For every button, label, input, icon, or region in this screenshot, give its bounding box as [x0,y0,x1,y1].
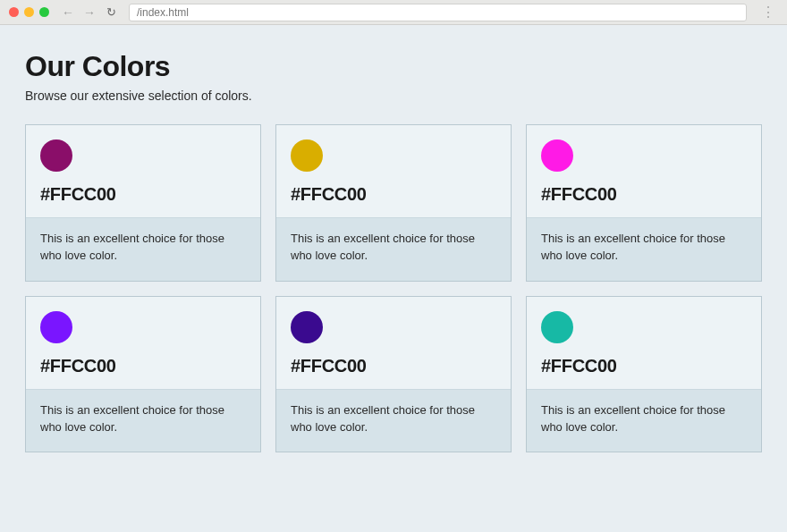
color-swatch-icon [541,311,573,343]
color-description: This is an excellent choice for those wh… [527,217,761,281]
reload-button[interactable]: ↻ [103,5,120,19]
minimize-window-icon[interactable] [24,7,34,17]
color-hex: #FFCC00 [291,356,496,376]
browser-menu-icon[interactable]: ⋮ [757,4,778,21]
color-card[interactable]: #FFCC00 This is an excellent choice for … [526,296,762,453]
back-button[interactable]: ← [60,5,76,20]
maximize-window-icon[interactable] [39,7,49,17]
color-hex: #FFCC00 [541,356,747,376]
url-text: /index.html [137,6,189,19]
color-description: This is an excellent choice for those wh… [276,217,511,281]
color-swatch-icon [291,311,323,343]
close-window-icon[interactable] [9,7,19,17]
forward-button[interactable]: → [81,5,97,20]
card-top: #FFCC00 [276,297,511,389]
url-bar[interactable]: /index.html [129,4,747,21]
window-controls [9,7,49,17]
color-description: This is an excellent choice for those wh… [26,217,260,281]
color-swatch-icon [40,311,72,343]
color-card[interactable]: #FFCC00 This is an excellent choice for … [25,296,261,453]
color-description: This is an excellent choice for those wh… [26,389,260,452]
color-card[interactable]: #FFCC00 This is an excellent choice for … [526,124,762,282]
color-card[interactable]: #FFCC00 This is an excellent choice for … [275,124,512,282]
color-hex: #FFCC00 [40,184,246,205]
page-subtitle: Browse our extensive selection of colors… [25,89,762,103]
card-top: #FFCC00 [527,125,761,217]
color-card[interactable]: #FFCC00 This is an excellent choice for … [25,124,261,282]
color-description: This is an excellent choice for those wh… [276,389,511,452]
color-description: This is an excellent choice for those wh… [527,389,761,452]
card-top: #FFCC00 [26,297,260,389]
card-top: #FFCC00 [276,125,511,217]
color-hex: #FFCC00 [291,184,496,205]
color-swatch-icon [291,139,323,172]
color-grid: #FFCC00 This is an excellent choice for … [25,124,762,452]
card-top: #FFCC00 [527,297,761,389]
browser-chrome: ← → ↻ /index.html ⋮ [0,0,787,25]
color-hex: #FFCC00 [541,184,747,205]
card-top: #FFCC00 [26,125,260,217]
page-title: Our Colors [25,50,762,83]
color-hex: #FFCC00 [40,356,246,376]
color-card[interactable]: #FFCC00 This is an excellent choice for … [275,296,512,453]
color-swatch-icon [40,139,72,172]
color-swatch-icon [541,139,573,172]
page-content: Our Colors Browse our extensive selectio… [0,25,787,470]
